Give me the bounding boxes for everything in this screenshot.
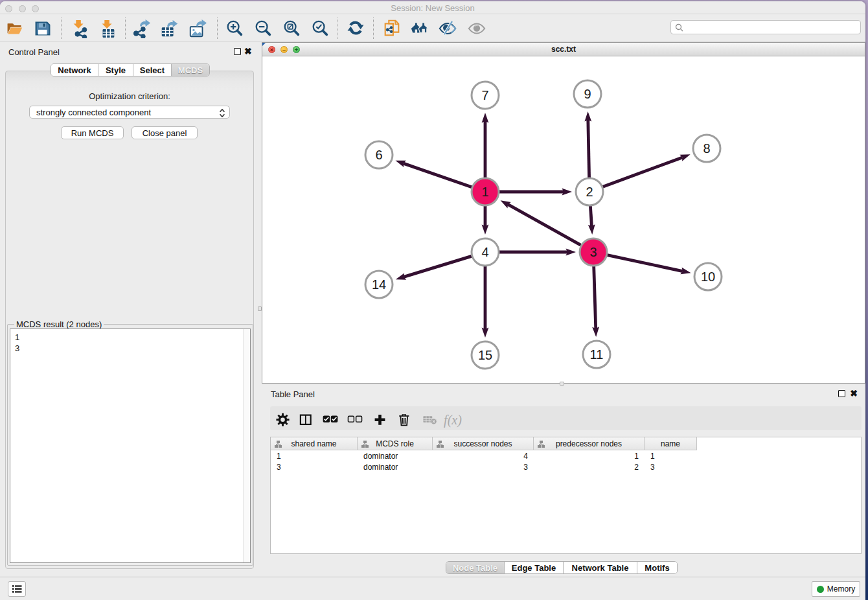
node-14[interactable]: 14 <box>365 271 393 298</box>
mcds-result-scrollbar[interactable] <box>243 329 250 562</box>
control-panel-close-icon[interactable]: ✖ <box>244 48 252 55</box>
import-network-icon <box>69 19 89 38</box>
table-panel-float-icon[interactable] <box>838 390 845 397</box>
column-header-predecessor-nodes[interactable]: predecessor nodes <box>534 437 645 450</box>
zoom-out-button[interactable] <box>252 18 274 39</box>
node-3[interactable]: 3 <box>580 238 607 266</box>
node-15[interactable]: 15 <box>472 341 499 369</box>
edge-1-4[interactable] <box>482 206 489 235</box>
table-tab-motifs[interactable]: Motifs <box>637 562 677 573</box>
table-tab-edge-table[interactable]: Edge Table <box>505 562 564 573</box>
add-button[interactable] <box>371 411 389 429</box>
svg-text:8: 8 <box>703 141 710 156</box>
optimization-criterion-label: Optimization criterion: <box>6 91 253 101</box>
table-panel-title: Table Panel <box>271 389 315 399</box>
edge-1-2[interactable] <box>499 189 572 196</box>
search-box[interactable] <box>670 20 861 34</box>
column-header-name[interactable]: name <box>645 437 697 450</box>
edge-4-15[interactable] <box>482 266 489 338</box>
deselect-all-button[interactable] <box>346 411 364 429</box>
node-table[interactable]: shared nameMCDS rolesuccessor nodesprede… <box>270 437 862 554</box>
zoom-selected-button[interactable] <box>309 18 331 39</box>
tab-select[interactable]: Select <box>133 64 172 76</box>
first-neighbors-button[interactable] <box>409 18 431 39</box>
save-session-icon <box>33 19 52 38</box>
export-image-button[interactable] <box>187 18 209 39</box>
zoom-in-button[interactable] <box>223 18 246 39</box>
network-frame-titlebar[interactable]: × – + scc.txt <box>262 43 865 56</box>
function-button[interactable]: f(x) <box>444 411 462 429</box>
edge-2-8[interactable] <box>603 154 691 187</box>
table-tab-network-table[interactable]: Network Table <box>564 562 637 573</box>
mcds-result-box[interactable]: 1 3 <box>10 329 251 563</box>
control-panel-float-icon[interactable] <box>234 48 241 55</box>
import-network-button[interactable] <box>68 18 90 39</box>
edge-3-10[interactable] <box>608 255 691 275</box>
close-panel-button[interactable]: Close panel <box>131 126 198 139</box>
tab-style[interactable]: Style <box>98 64 133 76</box>
svg-text:14: 14 <box>372 277 386 292</box>
node-1[interactable]: 1 <box>472 178 499 205</box>
tab-mcds[interactable]: MCDS <box>172 64 209 76</box>
select-all-button[interactable] <box>321 411 339 429</box>
edge-3-11[interactable] <box>592 266 599 337</box>
edge-1-6[interactable] <box>396 161 472 187</box>
edge-2-9[interactable] <box>584 111 591 178</box>
table-row[interactable]: 1dominator411 <box>271 451 861 462</box>
table-row[interactable]: 3dominator323 <box>271 462 861 473</box>
edge-3-1[interactable] <box>501 200 581 245</box>
save-session-button[interactable] <box>32 18 54 39</box>
main-toolbar <box>0 14 865 41</box>
zoom-fit-button[interactable] <box>280 18 303 39</box>
node-11[interactable]: 11 <box>583 341 610 368</box>
delete-button[interactable] <box>395 411 413 429</box>
horizontal-splitter-grip[interactable] <box>560 382 564 386</box>
table-panel-close-icon[interactable]: ✖ <box>850 390 858 397</box>
search-input[interactable] <box>687 21 856 33</box>
hide-selected-button[interactable] <box>437 18 459 39</box>
node-8[interactable]: 8 <box>693 135 720 162</box>
refresh-button[interactable] <box>345 18 367 39</box>
delete-table-button[interactable] <box>421 411 439 429</box>
vertical-splitter-grip[interactable] <box>258 306 262 311</box>
export-table-button[interactable] <box>158 18 180 39</box>
criterion-dropdown[interactable]: strongly connected component <box>29 106 230 119</box>
node-6[interactable]: 6 <box>365 141 393 168</box>
node-7[interactable]: 7 <box>472 82 499 109</box>
run-mcds-button[interactable]: Run MCDS <box>61 126 124 139</box>
memory-button[interactable]: Memory <box>812 581 860 597</box>
column-header-successor-nodes[interactable]: successor nodes <box>433 437 534 450</box>
task-history-button[interactable] <box>8 581 26 597</box>
column-type-icon <box>274 440 282 448</box>
toolbar-separator <box>217 17 218 39</box>
column-header-shared-name[interactable]: shared name <box>271 437 358 450</box>
edge-4-14[interactable] <box>396 256 472 279</box>
export-network-button[interactable] <box>131 18 153 39</box>
edge-4-3[interactable] <box>499 249 576 256</box>
import-table-button[interactable] <box>97 18 119 39</box>
tab-network[interactable]: Network <box>51 64 98 76</box>
columns-button[interactable] <box>297 411 315 429</box>
table-cell: 4 <box>433 451 534 462</box>
toolbar-separator <box>373 17 374 39</box>
node-2[interactable]: 2 <box>576 178 603 205</box>
clone-network-button[interactable] <box>381 18 403 39</box>
export-image-icon <box>188 19 207 38</box>
node-10[interactable]: 10 <box>694 263 722 290</box>
node-9[interactable]: 9 <box>574 80 601 108</box>
select-all-icon <box>322 411 339 428</box>
node-4[interactable]: 4 <box>472 238 499 266</box>
table-cell: 1 <box>534 451 645 462</box>
column-header-MCDS-role[interactable]: MCDS role <box>358 437 433 450</box>
svg-text:3: 3 <box>589 245 597 259</box>
edge-2-3[interactable] <box>588 206 595 235</box>
svg-text:7: 7 <box>481 88 488 102</box>
network-canvas[interactable]: 7968124314101511 <box>262 56 865 383</box>
table-tab-node-table[interactable]: Node Table <box>446 562 505 573</box>
edge-1-7[interactable] <box>482 113 489 178</box>
gear-button[interactable] <box>273 411 291 429</box>
open-session-button[interactable] <box>4 18 26 39</box>
svg-text:2: 2 <box>586 185 593 199</box>
window-title: Session: New Session <box>0 3 865 13</box>
show-all-button[interactable] <box>466 18 488 39</box>
